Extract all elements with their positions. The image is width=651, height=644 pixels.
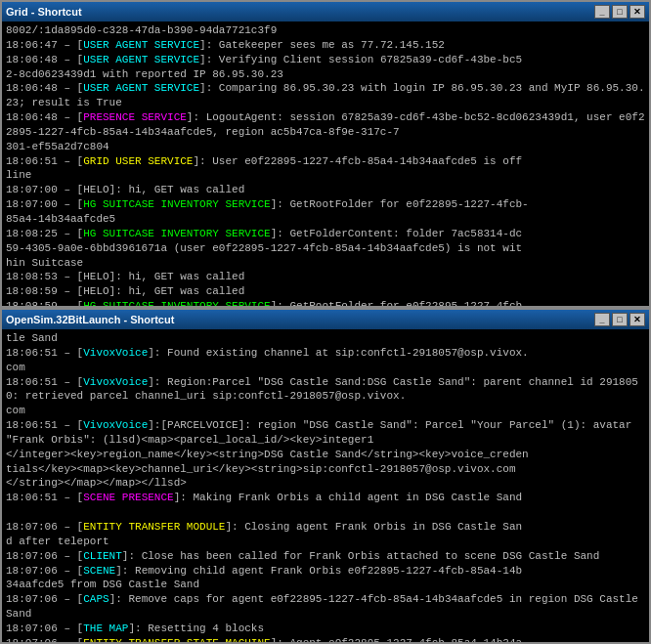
window2-titlebar-left: OpenSim.32BitLaunch - Shortcut xyxy=(6,314,174,325)
window1-close[interactable]: ✕ xyxy=(629,5,645,19)
line: hin Suitcase xyxy=(6,256,645,271)
window2-close[interactable]: ✕ xyxy=(629,313,645,326)
line: tle Sand xyxy=(6,331,645,346)
window2-minimize[interactable]: _ xyxy=(594,313,610,326)
line: </integer><key>region_name</key><string>… xyxy=(6,448,645,462)
line: 18:07:06 – [THE MAP]: Resetting 4 blocks xyxy=(6,622,645,636)
line: 18:07:06 – [ENTITY TRANSFER STATE MACHIN… xyxy=(6,636,645,642)
window1-titlebar: Grid - Shortcut _ □ ✕ xyxy=(2,2,649,21)
window1-titlebar-left: Grid - Shortcut xyxy=(6,6,82,18)
line: 18:06:51 – [GRID USER SERVICE]: User e0f… xyxy=(6,154,645,169)
line: 18:07:06 – [CAPS]: Remove caps for agent… xyxy=(6,592,645,622)
line: 18:06:51 – [VivoxVoice]: Region:Parcel "… xyxy=(6,375,645,405)
line: com xyxy=(6,404,645,418)
line: tials</key><map><key>channel_uri</key><s… xyxy=(6,462,645,477)
window1-body: 8002/:1da895d0-c328-47da-b390-94da7721c3… xyxy=(2,21,649,306)
line: 18:07:06 – [CLIENT]: Close has been call… xyxy=(6,549,645,564)
line: 34aafcde5 from DSG Castle Sand xyxy=(6,578,645,592)
line xyxy=(6,505,645,520)
line: 18:07:00 – [HG SUITCASE INVENTORY SERVIC… xyxy=(6,197,645,212)
line: 18:08:25 – [HG SUITCASE INVENTORY SERVIC… xyxy=(6,227,645,241)
line: com xyxy=(6,361,645,375)
window2: OpenSim.32BitLaunch - Shortcut _ □ ✕ tle… xyxy=(0,308,651,644)
line: 18:06:51 – [SCENE PRESENCE]: Making Fran… xyxy=(6,491,645,505)
line: 59-4305-9a0e-6bbd3961671a (user e0f22895… xyxy=(6,241,645,256)
line: 18:06:51 – [VivoxVoice]: Found existing … xyxy=(6,346,645,361)
line: 18:08:59 – [HG SUITCASE INVENTORY SERVIC… xyxy=(6,299,645,306)
line: 18:06:47 – [USER AGENT SERVICE]: Gatekee… xyxy=(6,38,645,53)
line: 301-ef55a2d7c804 xyxy=(6,140,645,154)
line: 18:07:00 – [HELO]: hi, GET was called xyxy=(6,183,645,197)
window1-title: Grid - Shortcut xyxy=(6,6,82,18)
line: 18:06:48 – [USER AGENT SERVICE]: Compari… xyxy=(6,81,645,110)
window2-controls[interactable]: _ □ ✕ xyxy=(594,313,645,326)
line: 18:08:53 – [HELO]: hi, GET was called xyxy=(6,270,645,284)
window2-titlebar: OpenSim.32BitLaunch - Shortcut _ □ ✕ xyxy=(2,310,649,329)
line: 85a4-14b34aafcde5 xyxy=(6,212,645,227)
line: d after teleport xyxy=(6,535,645,549)
window2-maximize[interactable]: □ xyxy=(612,313,628,326)
window1-minimize[interactable]: _ xyxy=(594,5,610,19)
line: 18:06:48 – [USER AGENT SERVICE]: Verifyi… xyxy=(6,53,645,67)
line: 18:06:51 – [VivoxVoice]:[PARCELVOICE]: r… xyxy=(6,418,645,448)
line: 18:07:06 – [ENTITY TRANSFER MODULE]: Clo… xyxy=(6,520,645,535)
line: line xyxy=(6,168,645,183)
line: 18:08:59 – [HELO]: hi, GET was called xyxy=(6,284,645,299)
window1-controls[interactable]: _ □ ✕ xyxy=(594,5,645,19)
window2-body: tle Sand 18:06:51 – [VivoxVoice]: Found … xyxy=(2,329,649,642)
window2-title: OpenSim.32BitLaunch - Shortcut xyxy=(6,314,174,325)
line: 8002/:1da895d0-c328-47da-b390-94da7721c3… xyxy=(6,23,645,38)
line: 18:06:48 – [PRESENCE SERVICE]: LogoutAge… xyxy=(6,110,645,140)
line: </string></map></map></llsd> xyxy=(6,476,645,491)
line: 18:07:06 – [SCENE]: Removing child agent… xyxy=(6,564,645,579)
line: 2-8cd0623439d1 with reported IP 86.95.30… xyxy=(6,67,645,82)
window1-maximize[interactable]: □ xyxy=(612,5,628,19)
window1: Grid - Shortcut _ □ ✕ 8002/:1da895d0-c32… xyxy=(0,0,651,308)
